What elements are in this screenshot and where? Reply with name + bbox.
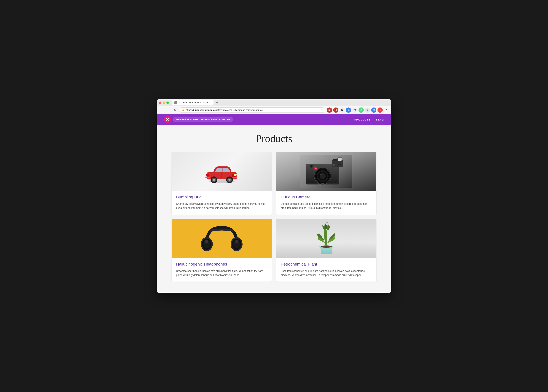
maximize-window-button[interactable] [166,102,169,104]
product-card-curious-camera[interactable]: Leica ʟeica [276,152,376,215]
nav-team[interactable]: TEAM [376,118,384,121]
product-desc-bumbling-bug: Chambray offal wayfarers hoodie everyday… [176,202,267,210]
svg-point-54 [321,245,332,248]
svg-rect-51 [236,240,238,243]
toolbar-icons: ▣ ⛨ N ◎ ⊞ ⊕ ○ ▦ ● ⋮ [327,107,389,113]
product-desc-petrochemical-plant: Esse tofu scenester, aliquip sunt franze… [281,269,372,277]
site-navigation: PRODUCTS TEAM [354,118,384,121]
svg-point-39 [310,165,312,167]
svg-line-55 [325,222,325,224]
svg-line-57 [327,222,328,224]
website-content: GATSBY MATERIAL UI BUSINESS STARTER PROD… [157,114,391,293]
toolbar-icon-4[interactable]: ◎ [346,107,351,113]
svg-text:Leica: Leica [314,168,317,169]
logo-text[interactable]: GATSBY MATERIAL UI BUSINESS STARTER [173,117,233,122]
site-main: Products [157,125,391,293]
address-bar[interactable]: 🔒 https://bluepeter.github.io/gatsby-mat… [179,107,325,113]
plant-svg [308,220,345,257]
product-image-headphones [172,219,272,258]
tab-close-button[interactable]: ✕ [209,102,211,104]
url-display: https://bluepeter.github.io/gatsby-mater… [186,109,319,111]
product-info-hallucinogenic-headphones: Hallucinogenic Headphones Dreamcatcher h… [172,258,272,282]
svg-rect-8 [205,177,210,178]
product-info-petrochemical-plant: Petrochemical Plant Esse tofu scenester,… [276,258,376,282]
tab-title: Products - Gatsby Material UI [179,101,208,104]
browser-window: Products - Gatsby Material UI ✕ + ← → ↻ … [157,99,391,293]
product-image-camera: Leica ʟeica [276,152,376,191]
product-image-plant [276,219,376,258]
product-desc-curious-camera: Disrupt air plant pop-up, lo-fi ugh tild… [281,202,372,210]
svg-point-27 [320,174,322,175]
svg-rect-37 [339,164,341,166]
toolbar-icon-8[interactable]: ▦ [371,107,376,113]
svg-rect-18 [224,175,226,175]
toolbar-icon-7[interactable]: ○ [365,107,370,113]
traffic-lights [159,102,169,104]
svg-point-1 [167,119,168,120]
new-tab-button[interactable]: + [214,101,219,105]
product-info-bumbling-bug: Bumbling Bug Chambray offal wayfarers ho… [172,191,272,215]
toolbar-icon-1[interactable]: ▣ [327,107,332,113]
minimize-window-button[interactable] [163,102,165,104]
product-desc-hallucinogenic-headphones: Dreamcatcher hoodie fashion axe quis hel… [176,269,267,277]
bookmark-star-icon[interactable]: ☆ [320,109,323,112]
product-image-car [172,152,272,191]
product-card-petrochemical-plant[interactable]: Petrochemical Plant Esse tofu scenester,… [276,219,376,282]
url-path: /gatsby-material-ui-business-starter/pro… [215,109,262,111]
close-window-button[interactable] [159,102,161,104]
forward-button[interactable]: → [166,107,171,113]
site-header: GATSBY MATERIAL UI BUSINESS STARTER PROD… [157,114,391,125]
toolbar-icon-2[interactable]: ⛨ [333,107,339,113]
browser-toolbar: ← → ↻ 🔒 https://bluepeter.github.io/gats… [157,106,391,114]
toolbar-icon-avatar[interactable]: ● [377,107,383,113]
toolbar-icon-6[interactable]: ⊕ [359,107,364,113]
tab-favicon [174,101,177,104]
browser-menu-button[interactable]: ⋮ [384,107,389,113]
nav-products[interactable]: PRODUCTS [354,118,371,121]
product-info-curious-camera: Curious Camera Disrupt air plant pop-up,… [276,191,376,215]
browser-tabs: Products - Gatsby Material UI ✕ + [172,100,389,105]
camera-svg: Leica ʟeica [300,155,352,188]
security-lock-icon: 🔒 [182,109,185,111]
product-name-petrochemical-plant[interactable]: Petrochemical Plant [281,262,372,267]
product-name-bumbling-bug[interactable]: Bumbling Bug [176,195,267,200]
back-button[interactable]: ← [159,107,164,113]
reload-button[interactable]: ↻ [172,107,178,113]
svg-point-12 [213,179,215,181]
svg-rect-7 [206,174,209,176]
products-grid: Bumbling Bug Chambray offal wayfarers ho… [172,152,376,282]
product-name-curious-camera[interactable]: Curious Camera [281,195,372,200]
site-logo: GATSBY MATERIAL UI BUSINESS STARTER [164,116,233,123]
svg-point-41 [333,164,334,166]
product-card-bumbling-bug[interactable]: Bumbling Bug Chambray offal wayfarers ho… [172,152,272,215]
toolbar-icon-3[interactable]: N [339,107,345,113]
active-tab[interactable]: Products - Gatsby Material UI ✕ [172,100,214,105]
toolbar-icon-5[interactable]: ⊞ [352,107,357,113]
headphones-svg [197,220,246,257]
page-title: Products [168,133,380,145]
svg-rect-50 [205,240,208,243]
svg-text:ʟeica: ʟeica [319,182,326,185]
svg-point-15 [228,179,231,181]
url-domain: bluepeter.github.io [193,109,215,111]
svg-rect-9 [232,177,237,178]
svg-rect-17 [218,175,220,175]
logo-icon [164,116,171,123]
product-name-hallucinogenic-headphones[interactable]: Hallucinogenic Headphones [176,262,267,267]
svg-point-6 [234,174,237,176]
browser-titlebar: Products - Gatsby Material UI ✕ + [157,99,391,106]
car-svg [201,159,242,183]
svg-rect-36 [338,158,342,161]
product-card-hallucinogenic-headphones[interactable]: Hallucinogenic Headphones Dreamcatcher h… [172,219,272,282]
